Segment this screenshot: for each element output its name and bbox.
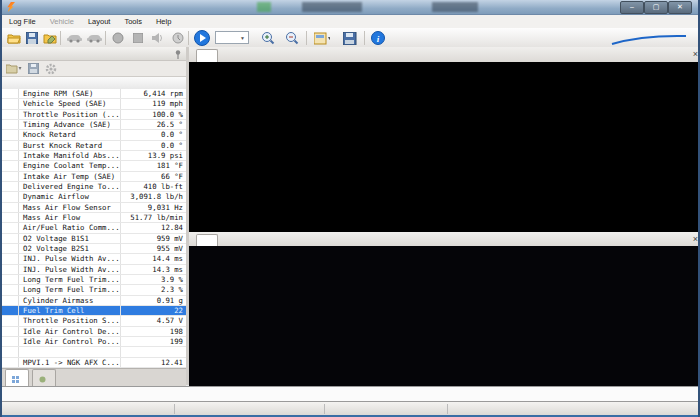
channel-row[interactable]: Fuel Trim Cell22 bbox=[2, 306, 186, 316]
layout-icon[interactable] bbox=[314, 30, 330, 46]
play-icon[interactable] bbox=[194, 30, 210, 46]
maximize-button[interactable]: ▢ bbox=[644, 1, 668, 14]
channel-row[interactable]: Intake Manifold Abs...13.9 psi bbox=[2, 151, 186, 161]
channel-row[interactable]: Idle Air Control De...198 bbox=[2, 327, 186, 337]
stop-icon[interactable] bbox=[130, 30, 146, 46]
channel-value: 3.9 % bbox=[121, 275, 186, 284]
channel-name: Fuel Trim Cell bbox=[19, 306, 121, 315]
zoom-in-icon[interactable] bbox=[260, 30, 276, 46]
channel-name: Engine RPM (SAE) bbox=[19, 89, 121, 98]
details-tab-icon bbox=[39, 376, 46, 383]
channel-name: Idle Air Control De... bbox=[19, 327, 121, 336]
channel-name: Mass Air Flow Sensor bbox=[19, 203, 121, 212]
channel-row[interactable]: Burst Knock Retard0.0 ° bbox=[2, 141, 186, 151]
channel-name: Long Term Fuel Trim... bbox=[19, 285, 121, 294]
channel-row[interactable]: Long Term Fuel Trim...2.3 % bbox=[2, 285, 186, 295]
channel-value: 9,031 Hz bbox=[121, 203, 186, 212]
channel-name: Dynamic Airflow bbox=[19, 192, 121, 201]
channel-row[interactable]: Long Term Fuel Trim...3.9 % bbox=[2, 275, 186, 285]
channel-row[interactable]: INJ. Pulse Width Av...14.4 ms bbox=[2, 254, 186, 264]
playback-speed-select[interactable]: ▼ bbox=[215, 31, 249, 44]
timeline-overview[interactable] bbox=[2, 386, 700, 402]
channel-row[interactable]: Air/Fuel Ratio Comm...12.84 bbox=[2, 223, 186, 233]
pin-icon[interactable] bbox=[174, 50, 182, 59]
save-log-icon[interactable] bbox=[24, 30, 40, 46]
channel-row[interactable]: Intake Air Temp (SAE)66 °F bbox=[2, 172, 186, 182]
main-toolbar: ▼ i bbox=[2, 28, 698, 49]
close-button[interactable]: ✕ bbox=[668, 1, 692, 14]
channel-name bbox=[19, 347, 121, 356]
gauge-pane-close-icon[interactable]: × bbox=[693, 49, 698, 59]
channel-row[interactable]: Throttle Position S...4.57 V bbox=[2, 316, 186, 326]
channels-panel-header bbox=[2, 47, 186, 61]
channel-row[interactable]: Cylinder Airmass0.91 g bbox=[2, 296, 186, 306]
chart-pane-close-icon[interactable]: × bbox=[693, 234, 698, 244]
app-icon bbox=[6, 2, 15, 12]
record-icon[interactable] bbox=[110, 30, 126, 46]
channel-name: Timing Advance (SAE) bbox=[19, 120, 121, 129]
channel-row[interactable]: Delivered Engine To...410 lb-ft bbox=[2, 182, 186, 192]
tab-details[interactable] bbox=[32, 369, 56, 386]
channel-value: 198 bbox=[121, 327, 186, 336]
menu-layout[interactable]: Layout bbox=[81, 17, 118, 26]
channel-name: INJ. Pulse Width Av... bbox=[19, 254, 121, 263]
edit-log-icon[interactable] bbox=[42, 30, 58, 46]
channel-row[interactable]: Engine Coolant Temp...181 °F bbox=[2, 161, 186, 171]
menu-bar: Log FileVehicleLayoutToolsHelp bbox=[2, 15, 698, 28]
channels-tab-icon bbox=[12, 376, 19, 383]
channel-row[interactable]: Dynamic Airflow3,091.8 lb/h bbox=[2, 192, 186, 202]
menu-tools[interactable]: Tools bbox=[117, 17, 149, 26]
channel-value: 119 mph bbox=[121, 99, 186, 108]
tab-gauge[interactable] bbox=[196, 49, 218, 62]
channel-row[interactable]: MPVI.1 -> NGK AFX C...12.41 bbox=[2, 358, 186, 368]
gauge-dashboard bbox=[189, 62, 700, 232]
channels-settings-gear-icon[interactable] bbox=[45, 63, 57, 75]
open-log-icon[interactable] bbox=[6, 30, 22, 46]
channel-name: MPVI.1 -> NGK AFX C... bbox=[19, 358, 121, 367]
channel-value: 12.41 bbox=[121, 358, 186, 367]
channel-value: 51.77 lb/min bbox=[121, 213, 186, 222]
save-layout-icon[interactable] bbox=[342, 30, 358, 46]
channel-name: Cylinder Airmass bbox=[19, 296, 121, 305]
channels-bottom-tabs bbox=[2, 368, 186, 386]
vcm-scanner-window: – ▢ ✕ Log FileVehicleLayoutToolsHelp ▼ i bbox=[0, 0, 700, 417]
channel-name: Intake Manifold Abs... bbox=[19, 151, 121, 160]
channel-row[interactable] bbox=[2, 347, 186, 357]
channel-value: 100.0 % bbox=[121, 110, 186, 119]
channel-row[interactable]: Vehicle Speed (SAE)119 mph bbox=[2, 99, 186, 109]
schedule-icon[interactable] bbox=[170, 30, 186, 46]
channels-save-icon[interactable] bbox=[28, 63, 39, 74]
channel-value: 0.91 g bbox=[121, 296, 186, 305]
menu-vehicle[interactable]: Vehicle bbox=[43, 17, 81, 26]
zoom-out-icon[interactable] bbox=[284, 30, 300, 46]
chevron-down-icon: ▼ bbox=[240, 35, 245, 41]
read-vehicle-icon[interactable] bbox=[66, 30, 82, 46]
channel-row[interactable]: INJ. Pulse Width Av...14.3 ms bbox=[2, 265, 186, 275]
channel-row[interactable]: O2 Voltage B1S1959 mV bbox=[2, 234, 186, 244]
channel-name: Engine Coolant Temp... bbox=[19, 161, 121, 170]
channel-value: 410 lb-ft bbox=[121, 182, 186, 191]
channel-row[interactable]: Mass Air Flow Sensor9,031 Hz bbox=[2, 203, 186, 213]
reread-vehicle-icon[interactable] bbox=[86, 30, 102, 46]
info-icon[interactable]: i bbox=[370, 30, 386, 46]
menu-help[interactable]: Help bbox=[149, 17, 178, 26]
audio-icon[interactable] bbox=[150, 30, 166, 46]
menu-log-file[interactable]: Log File bbox=[2, 17, 43, 26]
channel-value: 66 °F bbox=[121, 172, 186, 181]
channel-value: 14.3 ms bbox=[121, 265, 186, 274]
channel-name: Delivered Engine To... bbox=[19, 182, 121, 191]
channels-open-icon[interactable] bbox=[6, 63, 22, 74]
taskbar-glass-decoration bbox=[432, 2, 478, 12]
minimize-button[interactable]: – bbox=[620, 1, 644, 14]
tab-channels[interactable] bbox=[5, 369, 29, 386]
channel-row[interactable]: Knock Retard0.0 ° bbox=[2, 130, 186, 140]
channel-value: 6,414 rpm bbox=[121, 89, 186, 98]
channel-row[interactable]: Engine RPM (SAE)6,414 rpm bbox=[2, 89, 186, 99]
channel-value: 0.0 ° bbox=[121, 130, 186, 139]
channel-row[interactable]: Throttle Position (...100.0 % bbox=[2, 110, 186, 120]
channel-row[interactable]: Timing Advance (SAE)26.5 ° bbox=[2, 120, 186, 130]
channel-row[interactable]: Idle Air Control Po...199 bbox=[2, 337, 186, 347]
channel-row[interactable]: Mass Air Flow51.77 lb/min bbox=[2, 213, 186, 223]
channel-row[interactable]: O2 Voltage B2S1955 mV bbox=[2, 244, 186, 254]
channel-name: Throttle Position S... bbox=[19, 316, 121, 325]
